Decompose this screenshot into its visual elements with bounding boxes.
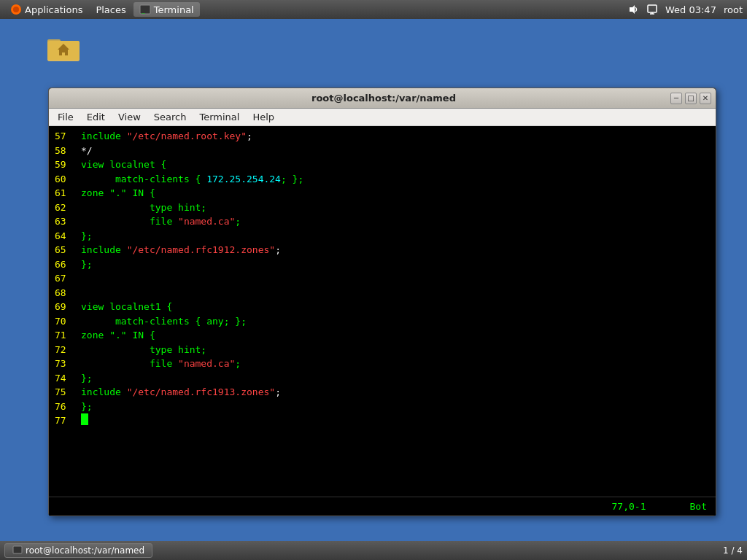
- code-segment: };: [81, 229, 93, 244]
- places-label: Places: [96, 4, 125, 15]
- line-number: 66: [55, 257, 81, 272]
- apps-icon: [10, 4, 22, 15]
- code-segment: include: [81, 243, 121, 257]
- volume-icon[interactable]: [627, 4, 639, 15]
- code-segment: [121, 385, 127, 400]
- top-taskbar: Applications Places _ Terminal Wed 03:47…: [0, 0, 747, 19]
- svg-marker-4: [630, 5, 635, 14]
- code-line-74: 74 };: [55, 371, 710, 386]
- desktop: root@localhost:/var/named ─ □ ✕ File Edi…: [0, 19, 747, 541]
- minimize-button[interactable]: ─: [670, 93, 682, 104]
- terminal-content[interactable]: 57 include "/etc/named.root.key";58 */59…: [49, 126, 716, 497]
- user-label: root: [724, 4, 743, 15]
- code-segment: match-clients { any; };: [81, 314, 247, 329]
- code-segment: view localnet {: [81, 158, 166, 172]
- scroll-position: Bot: [690, 501, 707, 512]
- line-number: 63: [55, 214, 81, 229]
- line-number: 65: [55, 243, 81, 257]
- close-button[interactable]: ✕: [700, 93, 711, 104]
- code-line-77: 77: [55, 413, 710, 428]
- window-title: root@localhost:/var/named: [97, 93, 670, 104]
- title-bar: root@localhost:/var/named ─ □ ✕: [49, 88, 716, 109]
- svg-rect-13: [13, 546, 22, 553]
- terminal-icon: _: [139, 4, 151, 15]
- terminal-label: Terminal: [154, 4, 194, 15]
- line-number: 67: [55, 271, 81, 286]
- menu-file[interactable]: File: [52, 110, 80, 124]
- taskbar-window-button[interactable]: root@localhost:/var/named: [4, 543, 152, 558]
- code-line-69: 69 view localnet1 {: [55, 300, 710, 314]
- line-number: 72: [55, 343, 81, 357]
- code-segment: 172.25.254.24: [206, 172, 281, 187]
- code-segment: };: [81, 371, 93, 386]
- line-number: 69: [55, 300, 81, 314]
- line-number: 61: [55, 186, 81, 201]
- menu-terminal[interactable]: Terminal: [193, 110, 245, 124]
- menu-bar: File Edit View Search Terminal Help: [49, 109, 716, 126]
- line-number: 73: [55, 357, 81, 371]
- code-segment: match-clients {: [81, 172, 206, 187]
- menu-view[interactable]: View: [112, 110, 147, 124]
- code-line-61: 61 zone "." IN {: [55, 186, 710, 201]
- line-number: 75: [55, 385, 81, 400]
- network-icon[interactable]: [646, 4, 658, 15]
- code-segment: ;: [275, 385, 281, 400]
- code-segment: "/etc/named.rfc1912.zones": [127, 243, 276, 257]
- clock: Wed 03:47: [665, 4, 716, 15]
- maximize-button[interactable]: □: [685, 93, 697, 104]
- code-line-60: 60 match-clients { 172.25.254.24; };: [55, 172, 710, 187]
- code-line-73: 73 file "named.ca";: [55, 357, 710, 371]
- vim-status-bar: 77,0-1 Bot: [49, 497, 716, 516]
- code-segment: zone "." IN {: [81, 186, 155, 201]
- code-segment: "/etc/named.rfc1913.zones": [127, 385, 276, 400]
- code-line-57: 57 include "/etc/named.root.key";: [55, 129, 710, 144]
- code-line-62: 62 type hint;: [55, 201, 710, 215]
- code-line-76: 76 };: [55, 400, 710, 414]
- code-segment: type hint;: [81, 201, 206, 215]
- code-segment: };: [81, 400, 93, 414]
- terminal-window: root@localhost:/var/named ─ □ ✕ File Edi…: [48, 88, 716, 516]
- line-number: 77: [55, 413, 81, 428]
- code-line-67: 67: [55, 271, 710, 286]
- menu-help[interactable]: Help: [247, 110, 280, 124]
- code-segment: include: [81, 129, 121, 144]
- line-number: 57: [55, 129, 81, 144]
- line-number: 64: [55, 229, 81, 244]
- svg-rect-5: [648, 5, 657, 12]
- code-segment: type hint;: [81, 343, 206, 357]
- pager: 1 / 4: [723, 545, 743, 556]
- cursor-position: 77,0-1: [612, 501, 646, 512]
- taskbar-apps[interactable]: Applications: [4, 2, 88, 17]
- taskbar-places[interactable]: Places: [90, 3, 131, 17]
- code-segment: ; };: [281, 172, 303, 187]
- code-line-65: 65 include "/etc/named.rfc1912.zones";: [55, 243, 710, 257]
- apps-label: Applications: [25, 4, 82, 15]
- code-segment: ;: [275, 243, 281, 257]
- code-line-71: 71 zone "." IN {: [55, 328, 710, 343]
- code-segment: };: [81, 257, 93, 272]
- code-segment: view localnet1 {: [81, 300, 172, 314]
- code-segment: */: [81, 144, 93, 158]
- code-segment: file: [81, 357, 178, 371]
- svg-point-1: [13, 7, 19, 12]
- code-line-58: 58 */: [55, 144, 710, 158]
- taskbar-terminal[interactable]: _ Terminal: [133, 2, 200, 17]
- line-number: 71: [55, 328, 81, 343]
- line-number: 60: [55, 172, 81, 187]
- folder-icon: [46, 34, 81, 63]
- line-number: 68: [55, 286, 81, 300]
- taskbar-left: Applications Places _ Terminal: [4, 2, 200, 17]
- code-segment: ;: [235, 214, 241, 229]
- line-number: 74: [55, 371, 81, 386]
- code-segment: include: [81, 385, 121, 400]
- code-segment: file: [81, 214, 178, 229]
- code-segment: [121, 243, 127, 257]
- line-number: 62: [55, 201, 81, 215]
- menu-search[interactable]: Search: [148, 110, 193, 124]
- code-line-66: 66 };: [55, 257, 710, 272]
- desktop-home-icon[interactable]: [40, 34, 87, 63]
- taskbar-right: Wed 03:47 root: [627, 4, 743, 15]
- menu-edit[interactable]: Edit: [81, 110, 111, 124]
- line-number: 76: [55, 400, 81, 414]
- code-line-72: 72 type hint;: [55, 343, 710, 357]
